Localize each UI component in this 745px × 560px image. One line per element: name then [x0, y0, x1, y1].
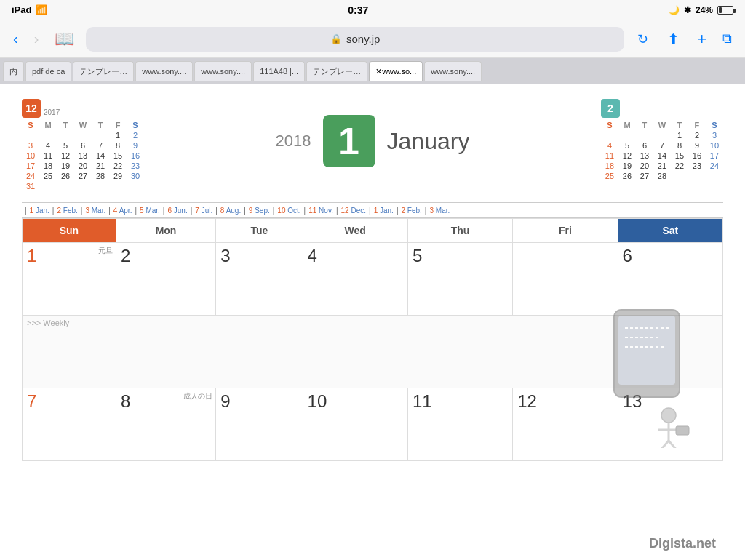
status-left: iPad 📶	[12, 4, 47, 15]
main-content: 12 2017 S M T W T F S . . . . .	[0, 84, 745, 468]
day-cell-thu1[interactable]: 5	[407, 243, 512, 316]
tl-12[interactable]: 12 Dec.	[341, 207, 366, 215]
refresh-button[interactable]: ↻	[632, 28, 654, 50]
tl-2[interactable]: 2 Feb.	[57, 207, 77, 215]
watermark: Digista.net	[649, 536, 716, 551]
tab-3[interactable]: テンプレー…	[73, 61, 134, 81]
tab-4[interactable]: www.sony....	[135, 61, 193, 81]
month-num-box: 1	[323, 115, 375, 167]
day-cell-fri1[interactable]	[513, 243, 618, 316]
week-row-2: 7 8 成人の日 9 10 11 1	[23, 388, 723, 461]
day-cell-sat2[interactable]: 13	[618, 388, 722, 461]
wifi-icon: 📶	[36, 4, 47, 15]
tl-4[interactable]: 4 Apr.	[113, 207, 132, 215]
status-right: 🌙 ✱ 24%	[669, 5, 733, 15]
device-label: iPad	[12, 4, 31, 15]
tl-15[interactable]: 3 Mar.	[429, 207, 450, 215]
tl-9[interactable]: 9 Sep.	[249, 207, 270, 215]
tl-divider: |	[25, 207, 27, 215]
share-button[interactable]: ⬆	[661, 28, 685, 51]
year-label: 2018	[276, 132, 311, 151]
add-tab-button[interactable]: +	[693, 27, 711, 52]
battery-icon	[717, 6, 733, 15]
day-cell-fri2[interactable]: 12	[513, 388, 618, 461]
header-wed: Wed	[303, 219, 407, 243]
tab-1[interactable]: 内	[3, 61, 24, 81]
lock-icon: 🔒	[330, 33, 342, 44]
tl-8[interactable]: 8 Aug.	[220, 207, 241, 215]
tabs-button[interactable]: ⧉	[718, 28, 736, 49]
tl-6[interactable]: 6 Jun.	[167, 207, 187, 215]
day-cell-mon1[interactable]: 2	[116, 243, 215, 316]
day-cell-wed1[interactable]: 4	[303, 243, 407, 316]
forward-button[interactable]: ›	[30, 28, 44, 50]
url-text: sony.jp	[346, 33, 380, 45]
month-name: January	[387, 128, 470, 155]
tl-13[interactable]: 1 Jan.	[374, 207, 394, 215]
tl-14[interactable]: 2 Feb.	[401, 207, 421, 215]
tl-10[interactable]: 10 Oct.	[277, 207, 300, 215]
browser-bar: ‹ › 📖 🔒 sony.jp ↻ ⬆ + ⧉	[0, 20, 745, 58]
bluetooth-icon: ✱	[684, 5, 691, 15]
header-tue: Tue	[216, 219, 303, 243]
tl-11[interactable]: 11 Nov.	[308, 207, 333, 215]
url-bar[interactable]: 🔒 sony.jp	[86, 27, 624, 52]
feb-badge: 2	[601, 99, 620, 118]
dec-year: 2017	[44, 108, 60, 116]
header-sun: Sun	[23, 219, 116, 243]
mini-cal-feb: 2 S M T W T F S . . . . 1 2 3	[601, 99, 723, 191]
tab-8-active[interactable]: ✕ www.so...	[369, 61, 423, 81]
tl-7[interactable]: 7 Jul.	[195, 207, 212, 215]
tl-1[interactable]: 1 Jan.	[30, 207, 49, 215]
tab-9[interactable]: www.sony....	[424, 61, 482, 81]
mini-cal-dec: 12 2017 S M T W T F S . . . . .	[22, 99, 144, 191]
day-cell-sat1[interactable]: 6	[618, 243, 722, 316]
tab-close-icon[interactable]: ✕	[375, 67, 382, 76]
back-button[interactable]: ‹	[9, 28, 23, 50]
dec-badge: 12	[22, 99, 41, 118]
tl-3[interactable]: 3 Mar.	[85, 207, 105, 215]
status-time: 0:37	[348, 4, 368, 16]
tab-7[interactable]: テンプレー…	[306, 61, 367, 81]
weekly-note-row: >>> Weekly	[23, 316, 723, 388]
content-wrapper: 12 2017 S M T W T F S . . . . .	[0, 84, 745, 560]
feb-grid: S M T W T F S . . . . 1 2 3 4	[601, 121, 723, 180]
day-cell-tue2[interactable]: 9	[216, 388, 303, 461]
status-bar: iPad 📶 0:37 🌙 ✱ 24%	[0, 0, 745, 20]
bookmarks-button[interactable]: 📖	[50, 27, 79, 52]
header-mon: Mon	[116, 219, 215, 243]
day-cell-tue1[interactable]: 3	[216, 243, 303, 316]
weekly-note-cell: >>> Weekly	[23, 316, 723, 388]
dec-grid: S M T W T F S . . . . . 1 2 3	[22, 121, 144, 191]
tl-5[interactable]: 5 Mar.	[140, 207, 160, 215]
battery-pct: 24%	[696, 5, 713, 15]
tab-5[interactable]: www.sony....	[194, 61, 252, 81]
tab-6[interactable]: 111A48 |...	[253, 61, 305, 81]
header-sat: Sat	[618, 219, 722, 243]
timeline-strip: | 1 Jan. | 2 Feb. | 3 Mar. | 4 Apr. | 5 …	[22, 202, 723, 218]
day-cell-sun1[interactable]: 1 元旦	[23, 243, 116, 316]
day-cell-thu2[interactable]: 11	[407, 388, 512, 461]
moon-icon: 🌙	[669, 5, 680, 15]
day-cell-sun2[interactable]: 7	[23, 388, 116, 461]
day-cell-mon2[interactable]: 8 成人の日	[116, 388, 215, 461]
large-cal-header: 2018 1 January	[276, 99, 470, 183]
tab-2[interactable]: pdf de ca	[25, 61, 71, 81]
header-fri: Fri	[513, 219, 618, 243]
weekly-calendar: Sun Mon Tue Wed Thu Fri Sat 1 元旦	[22, 218, 723, 461]
day-cell-wed2[interactable]: 10	[303, 388, 407, 461]
header-thu: Thu	[407, 219, 512, 243]
mini-calendars: 12 2017 S M T W T F S . . . . .	[22, 99, 723, 191]
week-row-1: 1 元旦 2 3 4 5	[23, 243, 723, 316]
tabs-bar: 内 pdf de ca テンプレー… www.sony.... www.sony…	[0, 58, 745, 84]
